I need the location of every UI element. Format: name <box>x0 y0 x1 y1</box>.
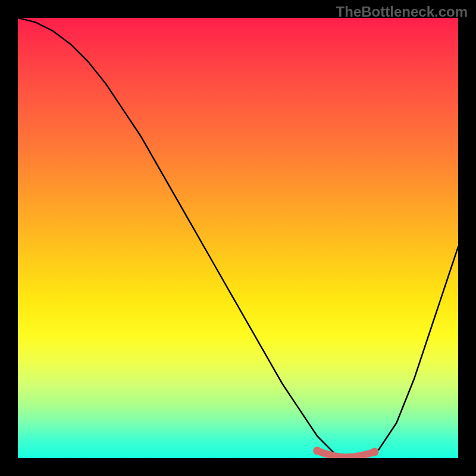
bottleneck-curve <box>18 18 458 457</box>
optimal-zone-highlight <box>317 451 374 458</box>
watermark-text: TheBottleneck.com <box>336 4 468 20</box>
chart-overlay <box>18 18 458 458</box>
plot-area <box>18 18 458 458</box>
optimal-zone-dot-left <box>313 447 321 455</box>
optimal-zone-dot-right <box>370 448 378 456</box>
